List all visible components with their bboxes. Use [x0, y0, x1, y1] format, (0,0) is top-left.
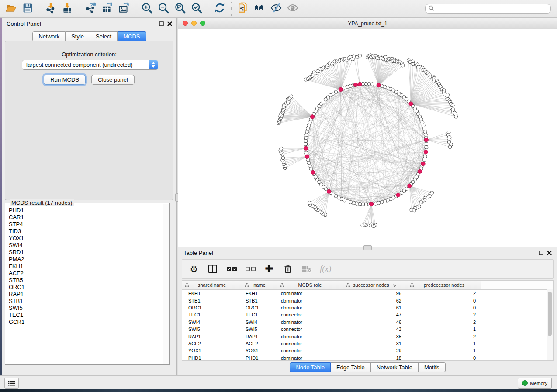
delete-table-button-disabled[interactable]: [301, 263, 312, 275]
mcds-result-item[interactable]: ORC1: [6, 284, 163, 291]
table-tab-motifs[interactable]: Motifs: [419, 362, 446, 372]
open-session-button[interactable]: [3, 1, 19, 16]
maximize-window-traffic-light[interactable]: [200, 21, 205, 26]
mcds-result-item[interactable]: PMA2: [6, 256, 163, 263]
mcds-hub-node[interactable]: [421, 162, 425, 165]
search-field[interactable]: [425, 4, 551, 14]
sort-descending-icon[interactable]: [393, 282, 397, 288]
network-node[interactable]: [401, 64, 405, 67]
mcds-hub-node[interactable]: [358, 82, 362, 86]
mcds-result-item[interactable]: TID3: [6, 228, 163, 235]
delete-column-button[interactable]: [282, 263, 294, 275]
minimize-window-traffic-light[interactable]: [191, 21, 197, 26]
network-node[interactable]: [352, 55, 356, 58]
tab-network[interactable]: Network: [32, 31, 66, 41]
network-node[interactable]: [355, 202, 358, 205]
horizontal-splitter-handle[interactable]: [363, 245, 372, 250]
import-network-button[interactable]: [42, 1, 59, 16]
mcds-result-item[interactable]: SWI4: [6, 242, 163, 249]
network-node[interactable]: [280, 147, 283, 150]
network-canvas[interactable]: [178, 29, 557, 244]
optimization-criterion-select[interactable]: largest connected component (undirected): [22, 60, 158, 70]
function-builder-button-disabled[interactable]: f(x): [320, 263, 331, 275]
mcds-result-item[interactable]: CAR1: [6, 214, 163, 221]
network-node[interactable]: [454, 115, 458, 118]
close-panel-icon[interactable]: [167, 20, 172, 28]
mcds-result-item[interactable]: FKH1: [6, 263, 163, 270]
mcds-hub-node[interactable]: [369, 202, 373, 206]
tab-mcds[interactable]: MCDS: [118, 31, 146, 41]
column-header-predecessor-nodes[interactable]: predecessor nodes: [407, 281, 481, 289]
network-node[interactable]: [358, 54, 362, 57]
mcds-result-item[interactable]: PHD1: [6, 207, 163, 214]
network-node[interactable]: [281, 156, 285, 160]
table-settings-button[interactable]: ⚙: [188, 263, 200, 275]
table-tab-edge-table[interactable]: Edge Table: [331, 362, 371, 372]
network-node[interactable]: [377, 201, 381, 205]
save-session-button[interactable]: [19, 1, 36, 16]
mcds-result-item[interactable]: SRD1: [6, 249, 163, 256]
import-table-button[interactable]: [59, 1, 76, 16]
column-header-mcds-role[interactable]: MCDS role: [277, 281, 343, 289]
mcds-hub-node[interactable]: [418, 169, 422, 173]
table-row[interactable]: TEC1TEC1connector472: [182, 311, 553, 318]
mcds-hub-node[interactable]: [396, 193, 400, 197]
show-columns-button[interactable]: [207, 263, 218, 275]
mcds-result-item[interactable]: STB5: [6, 277, 163, 284]
zoom-selected-button[interactable]: [188, 1, 205, 16]
create-column-button[interactable]: ✚: [263, 263, 275, 275]
table-row[interactable]: SWI4SWI4dominator462: [182, 319, 553, 326]
mcds-hub-node[interactable]: [304, 146, 308, 150]
memory-button[interactable]: Memory: [518, 378, 552, 389]
column-header-shared-name[interactable]: shared name: [182, 281, 242, 289]
mcds-list-scrollbar[interactable]: [163, 204, 169, 364]
tab-select[interactable]: Select: [90, 31, 118, 41]
table-scrollbar[interactable]: [547, 289, 553, 360]
export-table-button[interactable]: [99, 1, 115, 16]
table-tab-node-table[interactable]: Node Table: [290, 362, 331, 372]
mcds-hub-node[interactable]: [377, 83, 381, 87]
network-node[interactable]: [448, 145, 452, 149]
run-mcds-button[interactable]: Run MCDS: [44, 75, 86, 85]
mcds-hub-node[interactable]: [424, 150, 428, 154]
refresh-button[interactable]: [211, 1, 228, 16]
mcds-hub-node[interactable]: [424, 138, 428, 142]
select-all-rows-button[interactable]: [226, 263, 237, 275]
table-row[interactable]: YOX1YOX1connector291: [182, 347, 553, 354]
mcds-result-item[interactable]: GCR1: [6, 319, 163, 326]
table-scrollbar-thumb[interactable]: [548, 292, 552, 336]
network-node[interactable]: [410, 208, 413, 212]
mcds-hub-node[interactable]: [409, 102, 413, 106]
mcds-hub-node[interactable]: [311, 170, 315, 174]
table-row[interactable]: ORC1ORC1dominator610: [182, 304, 553, 311]
network-node[interactable]: [422, 158, 426, 162]
network-node[interactable]: [374, 202, 377, 205]
show-eye-button[interactable]: [284, 1, 301, 16]
mcds-result-item[interactable]: STB1: [6, 298, 163, 305]
mcds-result-item[interactable]: SWI5: [6, 305, 163, 312]
table-tab-network-table[interactable]: Network Table: [371, 362, 419, 372]
table-row[interactable]: SWI5SWI5connector431: [182, 326, 553, 333]
network-node[interactable]: [400, 191, 403, 195]
table-row[interactable]: STB1STB1dominator620: [182, 297, 553, 304]
mcds-hub-node[interactable]: [339, 87, 343, 91]
table-row[interactable]: ACE2ACE2connector311: [182, 340, 553, 347]
float-panel-icon[interactable]: [539, 249, 543, 257]
export-network-button[interactable]: [82, 1, 99, 16]
network-node[interactable]: [425, 145, 428, 149]
close-panel-button[interactable]: Close panel: [91, 75, 135, 85]
mcds-result-item[interactable]: ACE2: [6, 270, 163, 277]
home-networks-button[interactable]: [251, 1, 268, 16]
mcds-hub-node[interactable]: [327, 189, 331, 193]
close-window-traffic-light[interactable]: [183, 21, 188, 26]
hide-selected-button[interactable]: [268, 1, 284, 16]
network-node[interactable]: [361, 224, 364, 227]
network-node[interactable]: [305, 133, 308, 136]
network-node[interactable]: [423, 130, 427, 133]
table-row[interactable]: RAP1RAP1dominator352: [182, 333, 553, 340]
deselect-all-rows-button[interactable]: [245, 263, 256, 275]
export-image-button[interactable]: [115, 1, 132, 16]
column-header-successor-nodes[interactable]: successor nodes: [343, 281, 407, 289]
table-row[interactable]: PHD1PHD1dominator180: [182, 354, 553, 361]
tab-style[interactable]: Style: [66, 31, 90, 41]
